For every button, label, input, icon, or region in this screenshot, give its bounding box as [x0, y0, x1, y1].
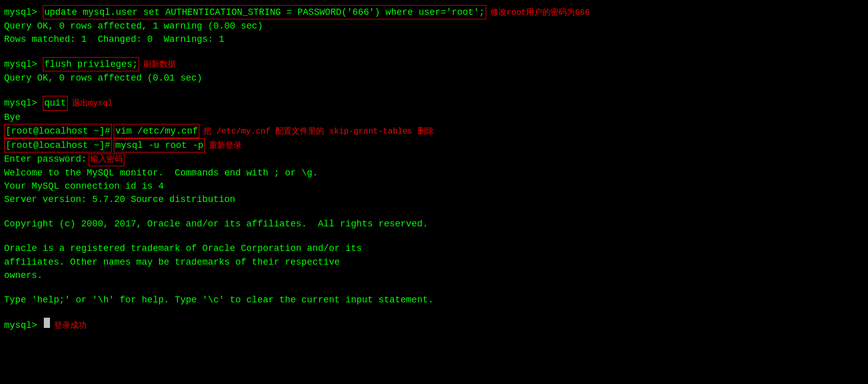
line-quit-command: mysql> quit退出mysql	[4, 96, 864, 110]
output-oracle-1: Oracle is a registered trademark of Orac…	[4, 242, 362, 255]
flush-command-box: flush privileges;	[43, 57, 140, 71]
root-prompt-2: [root@localhost ~]#	[4, 138, 112, 152]
annotation-login-success: 登录成功	[54, 320, 87, 332]
cursor	[44, 318, 50, 328]
terminal-window: mysql> update mysql.user set AUTHENTICAT…	[4, 5, 864, 332]
output-bye: Bye	[4, 111, 20, 124]
annotation-flush: 刷新数据	[143, 59, 176, 71]
output-type-help: Type 'help;' or '\h' for help. Type '\c'…	[4, 293, 434, 306]
line-copyright: Copyright (c) 2000, 2017, Oracle and/or …	[4, 217, 864, 231]
line-bye: Bye	[4, 111, 864, 124]
blank-3	[4, 206, 864, 217]
line-oracle-3: owners.	[4, 269, 864, 282]
line-oracle-1: Oracle is a registered trademark of Orac…	[4, 242, 864, 255]
line-welcome: Welcome to the MySQL monitor. Commands e…	[4, 166, 864, 180]
blank-6	[4, 306, 864, 318]
output-query-ok-1: Query OK, 0 rows affected, 1 warning (0.…	[4, 19, 263, 33]
mysql-prompt-3: mysql>	[4, 96, 43, 110]
output-rows-matched: Rows matched: 1 Changed: 0 Warnings: 1	[4, 33, 224, 46]
blank-1	[4, 46, 864, 57]
line-query-ok-2: Query OK, 0 rows affected (0.01 sec)	[4, 71, 864, 85]
line-vim-command: [root@localhost ~]#vim /etc/my.cnf把 /etc…	[4, 124, 864, 138]
output-welcome: Welcome to the MySQL monitor. Commands e…	[4, 166, 318, 180]
output-copyright: Copyright (c) 2000, 2017, Oracle and/or …	[4, 217, 428, 231]
line-query-ok-1: Query OK, 0 rows affected, 1 warning (0.…	[4, 19, 864, 33]
line-type-help: Type 'help;' or '\h' for help. Type '\c'…	[4, 293, 864, 306]
line-rows-matched: Rows matched: 1 Changed: 0 Warnings: 1	[4, 33, 864, 46]
output-oracle-3: owners.	[4, 269, 43, 282]
mysql-prompt-1: mysql>	[4, 6, 43, 19]
annotation-quit: 退出mysql	[72, 98, 113, 110]
output-query-ok-2: Query OK, 0 rows affected (0.01 sec)	[4, 71, 202, 85]
output-server-version: Server version: 5.7.20 Source distributi…	[4, 193, 235, 206]
output-oracle-2: affiliates. Other names may be trademark…	[4, 255, 340, 269]
annotation-relogin: 重新登录	[209, 140, 242, 152]
line-server-version: Server version: 5.7.20 Source distributi…	[4, 193, 864, 206]
mysql-prompt-final: mysql>	[4, 319, 43, 332]
blank-2	[4, 85, 864, 96]
line-flush-command: mysql> flush privileges;刷新数据	[4, 57, 864, 71]
enter-password-annotation: 输入密码	[89, 153, 124, 166]
enter-password-text: Enter password:	[4, 152, 87, 166]
annotation-vim: 把 /etc/my.cnf 配置文件里的 skip-grant-tables 删…	[203, 126, 433, 138]
line-update-command: mysql> update mysql.user set AUTHENTICAT…	[4, 5, 864, 19]
mysql-login-command-box: mysql -u root -p	[114, 138, 205, 152]
blank-4	[4, 231, 864, 242]
line-mysql-login-command: [root@localhost ~]#mysql -u root -p重新登录	[4, 138, 864, 152]
vim-command-box: vim /etc/my.cnf	[114, 124, 199, 138]
line-oracle-2: affiliates. Other names may be trademark…	[4, 255, 864, 269]
output-connection-id: Your MySQL connection id is 4	[4, 180, 164, 193]
annotation-update: 修改root用户的密码为666	[490, 7, 590, 19]
blank-5	[4, 282, 864, 293]
update-command-box: update mysql.user set AUTHENTICATION_STR…	[43, 5, 486, 19]
root-prompt-1: [root@localhost ~]#	[4, 124, 112, 138]
line-enter-password: Enter password:输入密码	[4, 152, 864, 166]
line-mysql-final-prompt: mysql> 登录成功	[4, 318, 864, 332]
line-connection-id: Your MySQL connection id is 4	[4, 180, 864, 193]
mysql-prompt-2: mysql>	[4, 58, 43, 71]
quit-command-box: quit	[43, 96, 68, 110]
